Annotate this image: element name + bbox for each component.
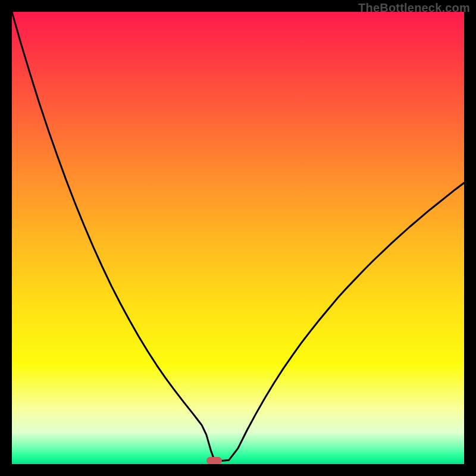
bottleneck-curve — [12, 12, 464, 464]
chart-frame: TheBottleneck.com — [0, 0, 476, 476]
plot-area — [12, 12, 464, 464]
